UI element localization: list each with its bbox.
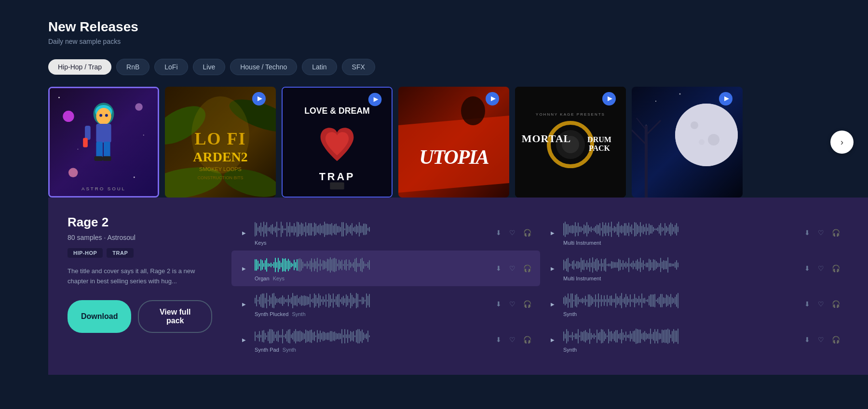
tracks-left: ▶ Keys ⬇ ♡ 🎧 ▶ Organ <box>231 215 540 357</box>
track-actions: ⬇ ♡ 🎧 <box>802 298 842 310</box>
heart-icon[interactable]: ♡ <box>816 334 826 345</box>
next-button[interactable]: › <box>830 131 854 154</box>
track-info: Keys <box>255 220 489 246</box>
tab-sfx[interactable]: SFX <box>342 59 375 75</box>
albums-section: ASTRO SOUL <box>48 87 868 198</box>
download-icon[interactable]: ⬇ <box>494 227 503 238</box>
svg-rect-13 <box>103 156 111 161</box>
download-icon[interactable]: ⬇ <box>802 263 812 274</box>
waveform <box>563 255 798 275</box>
heart-icon[interactable]: ♡ <box>816 298 826 310</box>
track-label: Multi Instrument <box>563 276 798 281</box>
svg-rect-14 <box>85 126 91 140</box>
tab-live[interactable]: Live <box>193 59 226 75</box>
tab-rnb[interactable]: RnB <box>116 59 149 75</box>
headphone-icon[interactable]: 🎧 <box>830 298 842 310</box>
download-icon[interactable]: ⬇ <box>494 334 503 345</box>
download-icon[interactable]: ⬇ <box>494 263 503 274</box>
svg-rect-9 <box>96 124 111 143</box>
track-label: Organ Keys <box>255 276 489 281</box>
tab-hiphop-trap[interactable]: Hip-Hop / Trap <box>48 59 111 75</box>
heart-icon[interactable]: ♡ <box>507 227 517 238</box>
waveform <box>563 220 798 239</box>
heart-icon[interactable]: ♡ <box>507 334 517 345</box>
svg-point-19 <box>134 177 135 178</box>
track-label: Synth <box>563 347 798 353</box>
svg-point-58 <box>655 101 656 102</box>
pack-meta: 80 samples · Astrosoul <box>68 234 212 241</box>
svg-rect-10 <box>96 142 103 158</box>
svg-text:LOVE & DREAM: LOVE & DREAM <box>304 106 370 116</box>
svg-rect-15 <box>83 138 88 147</box>
track-info: Synth Plucked Synth <box>255 291 489 317</box>
download-icon[interactable]: ⬇ <box>802 227 812 238</box>
svg-text:LO FI: LO FI <box>194 129 246 148</box>
waveform <box>255 220 489 239</box>
track-play-button[interactable]: ▶ <box>547 334 558 345</box>
svg-rect-12 <box>95 156 103 161</box>
album-card-utopia[interactable]: UTOPIA <box>398 87 509 198</box>
track-info: Synth <box>563 291 798 317</box>
waveform <box>563 291 798 310</box>
download-icon[interactable]: ⬇ <box>802 334 812 345</box>
headphone-icon[interactable]: 🎧 <box>830 227 842 238</box>
headphone-icon[interactable]: 🎧 <box>521 298 533 310</box>
svg-point-2 <box>135 103 143 111</box>
svg-point-6 <box>96 108 111 125</box>
tag-trap: TRAP <box>107 248 134 258</box>
svg-point-18 <box>143 134 144 135</box>
album-card-mortal-drumpack[interactable]: YOHNNY KAGE PRESENTS MORTAL DRUM PACK <box>515 87 626 198</box>
download-button[interactable]: Download <box>68 300 131 333</box>
track-play-button[interactable]: ▶ <box>238 334 250 345</box>
headphone-icon[interactable]: 🎧 <box>830 334 842 345</box>
headphone-icon[interactable]: 🎧 <box>521 263 533 274</box>
headphone-icon[interactable]: 🎧 <box>830 263 842 274</box>
download-icon[interactable]: ⬇ <box>802 298 812 310</box>
action-buttons: Download View full pack <box>68 300 212 333</box>
headphone-icon[interactable]: 🎧 <box>521 334 533 345</box>
album-card-moon-loops[interactable] <box>632 87 743 198</box>
track-actions: ⬇ ♡ 🎧 <box>802 334 842 345</box>
svg-rect-11 <box>104 142 110 158</box>
svg-text:SMOKEY LOOPS: SMOKEY LOOPS <box>199 166 242 172</box>
svg-text:UTOPIA: UTOPIA <box>419 146 489 168</box>
heart-icon[interactable]: ♡ <box>816 263 826 274</box>
heart-icon[interactable]: ♡ <box>507 298 517 310</box>
detail-panel: Rage 2 80 samples · Astrosoul HIP-HOP TR… <box>48 198 868 375</box>
track-play-button[interactable]: ▶ <box>238 263 250 274</box>
pack-info: Rage 2 80 samples · Astrosoul HIP-HOP TR… <box>68 215 212 357</box>
svg-point-1 <box>63 111 74 122</box>
download-icon[interactable]: ⬇ <box>494 298 503 310</box>
album-card-lofi-arden[interactable]: LO FI ARDEN2 SMOKEY LOOPS CONSTRUCTION B… <box>165 87 276 198</box>
track-play-button[interactable]: ▶ <box>547 298 558 310</box>
svg-text:TRAP: TRAP <box>319 171 355 183</box>
genre-tabs: Hip-Hop / Trap RnB LoFi Live House / Tec… <box>48 59 868 75</box>
track-info: Synth <box>563 327 798 353</box>
view-full-pack-button[interactable]: View full pack <box>138 300 212 333</box>
track-play-button[interactable]: ▶ <box>238 298 250 310</box>
waveform <box>563 327 798 346</box>
tab-house-techno[interactable]: House / Techno <box>230 59 297 75</box>
heart-icon[interactable]: ♡ <box>816 227 826 238</box>
tab-lofi[interactable]: LoFi <box>154 59 188 75</box>
track-play-button[interactable]: ▶ <box>238 227 250 238</box>
track-actions: ⬇ ♡ 🎧 <box>802 227 842 238</box>
waveform <box>255 291 489 310</box>
tracks-right: ▶ Multi Instrument ⬇ ♡ 🎧 ▶ <box>540 215 849 357</box>
headphone-icon[interactable]: 🎧 <box>521 227 533 238</box>
svg-point-59 <box>679 93 681 95</box>
track-play-button[interactable]: ▶ <box>547 263 558 274</box>
track-info: Multi Instrument <box>563 220 798 246</box>
heart-icon[interactable]: ♡ <box>507 263 517 274</box>
track-row: ▶ Multi Instrument ⬇ ♡ 🎧 <box>540 251 849 286</box>
album-card-astrosoul[interactable]: ASTRO SOUL <box>48 87 159 198</box>
album-card-love-dream[interactable]: LOVE & DREAM TRAP <box>282 87 393 198</box>
tag-hiphop: HIP-HOP <box>68 248 103 258</box>
track-play-button[interactable]: ▶ <box>547 227 558 238</box>
track-row: ▶ Synth ⬇ ♡ 🎧 <box>540 322 849 357</box>
track-actions: ⬇ ♡ 🎧 <box>494 263 533 274</box>
track-row: ▶ Keys ⬇ ♡ 🎧 <box>231 215 540 251</box>
track-actions: ⬇ ♡ 🎧 <box>494 227 533 238</box>
track-info: Multi Instrument <box>563 255 798 281</box>
tab-latin[interactable]: Latin <box>302 59 337 75</box>
